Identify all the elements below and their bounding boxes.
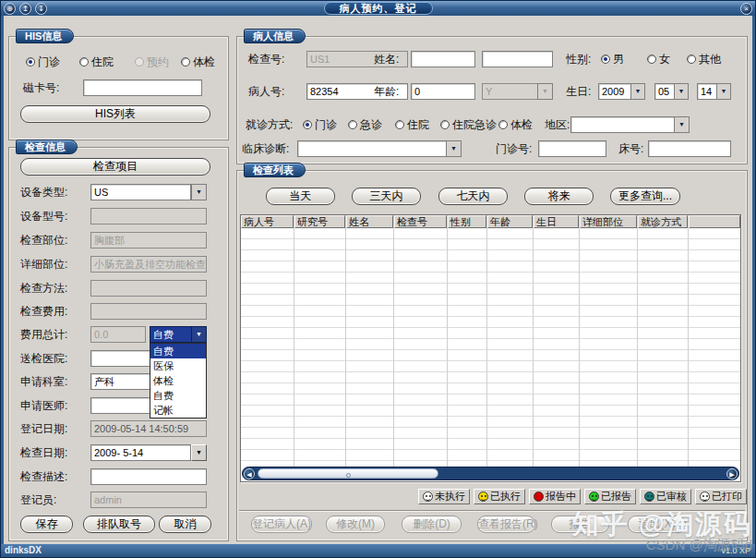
window-minimize-icon[interactable]: ↧	[35, 3, 47, 15]
filter-today-button[interactable]: 当天	[266, 188, 335, 205]
column-header-name[interactable]: 姓名	[346, 215, 393, 228]
column-header-study-no[interactable]: 研究号	[294, 215, 345, 228]
filter-more-query-button[interactable]: 更多查询...	[610, 188, 680, 205]
birth-month-dropdown-icon[interactable]: ▼	[674, 83, 689, 100]
horizontal-scrollbar[interactable]: ◀ ▶	[242, 467, 739, 480]
pay-type-dropdown-list[interactable]: 自费 医保 体检 自费 记帐	[150, 343, 207, 418]
exam-date-dropdown-icon[interactable]: ▼	[191, 444, 207, 461]
scrollbar-thumb[interactable]	[258, 468, 438, 479]
exam-item-button[interactable]: 检查项目	[20, 158, 210, 176]
name-pinyin-input[interactable]	[482, 51, 553, 67]
bed-no-input[interactable]	[648, 140, 731, 157]
exit-button[interactable]: 退出(X)	[628, 516, 686, 533]
visit-radio-outpatient[interactable]: 门诊	[303, 116, 337, 133]
dropdown-option[interactable]: 记帐	[150, 403, 206, 418]
scroll-right-icon[interactable]: ▶	[726, 468, 738, 479]
body-part-label: 检查部位:	[20, 232, 67, 249]
status-audited-icon	[644, 491, 654, 502]
birth-day-dropdown-icon[interactable]: ▼	[716, 83, 731, 100]
filter-future-button[interactable]: 将来	[524, 188, 594, 205]
modify-button[interactable]: 修改(M)	[326, 516, 385, 533]
visit-radio-emergency[interactable]: 急诊	[348, 116, 382, 133]
his-radio-inpatient[interactable]: 住院	[79, 54, 114, 70]
filter-3days-button[interactable]: 三天内	[352, 188, 421, 205]
outpatient-no-input[interactable]	[538, 140, 606, 157]
patient-no-label: 病人号:	[248, 83, 284, 100]
status-legend: 未执行 已执行 报告中 已报告 已审核 已打印	[418, 489, 747, 504]
titlebar[interactable]: ⊕ ↥ ↧ 病人预约、登记 ×	[1, 1, 755, 16]
name-input[interactable]	[411, 51, 475, 67]
birth-year-dropdown-icon[interactable]: ▼	[630, 83, 645, 100]
dropdown-option[interactable]: 自费	[150, 388, 206, 403]
status-executed-icon	[478, 491, 488, 502]
column-header-birthday[interactable]: 生日	[534, 215, 579, 228]
hospital-label: 送检医院:	[20, 350, 67, 367]
exam-no-label: 检查号:	[248, 51, 284, 67]
birth-day-value[interactable]: 14	[697, 83, 717, 100]
gender-radio-male[interactable]: 男	[601, 51, 624, 67]
card-no-label: 磁卡号:	[23, 79, 59, 96]
status-reporting-icon	[534, 491, 544, 502]
scroll-left-icon[interactable]: ◀	[244, 468, 255, 479]
birth-year-value[interactable]: 2009	[598, 83, 631, 100]
column-header-exam-no[interactable]: 检查号	[394, 215, 447, 228]
his-list-button[interactable]: HIS列表	[20, 105, 210, 123]
pay-type-dropdown-icon[interactable]: ▼	[191, 326, 207, 343]
body-part-value: 胸腹部	[90, 232, 207, 249]
column-header-age[interactable]: 年龄	[487, 215, 533, 228]
visit-radio-inpatient-emergency[interactable]: 住院急诊	[440, 116, 497, 133]
description-input[interactable]	[90, 468, 207, 485]
fee-total-label: 费用总计:	[20, 326, 67, 343]
physician-label: 申请医师:	[20, 397, 67, 414]
register-patient-button[interactable]: 登记病人(A)	[251, 516, 312, 533]
exam-fee-label: 检查费用:	[20, 303, 67, 320]
radio-icon	[303, 120, 312, 129]
diagnosis-value[interactable]	[297, 140, 447, 157]
device-model-value	[90, 208, 207, 224]
window-pin-icon[interactable]: ⊕	[4, 3, 16, 15]
exam-list-table[interactable]: 病人号 研究号 姓名 检查号 性别 年龄 生日 详细部位 就诊方式 ◀ ▶	[240, 214, 741, 482]
visit-radio-physical[interactable]: 体检	[498, 116, 533, 133]
queue-number-button[interactable]: 排队取号	[83, 516, 155, 533]
column-header-detail-part[interactable]: 详细部位	[580, 215, 637, 228]
age-input[interactable]: 0	[411, 83, 475, 100]
status-reported-icon	[589, 491, 599, 502]
cancel-button[interactable]: 取消	[159, 516, 211, 533]
delete-button[interactable]: 删除(D)	[402, 516, 462, 533]
fee-total-value: 0.0	[90, 326, 146, 343]
his-radio-physical[interactable]: 体检	[181, 54, 215, 70]
visit-type-label: 就诊方式:	[246, 116, 293, 133]
column-header-patient-no[interactable]: 病人号	[241, 215, 294, 228]
report-button[interactable]: 报告	[551, 516, 609, 533]
filter-7days-button[interactable]: 七天内	[438, 188, 508, 205]
legend-executed: 已执行	[474, 489, 525, 504]
column-header-visit-type[interactable]: 就诊方式	[638, 215, 688, 228]
close-icon[interactable]: ×	[740, 3, 752, 15]
status-not-executed-icon	[423, 491, 433, 502]
department-label: 申请科室:	[20, 373, 67, 390]
his-radio-outpatient[interactable]: 门诊	[26, 54, 60, 70]
dropdown-option[interactable]: 自费	[150, 344, 206, 358]
exam-date-value[interactable]: 2009- 5-14	[90, 444, 191, 461]
birth-month-value[interactable]: 05	[654, 83, 675, 100]
his-radio-appointment[interactable]: 预约	[135, 54, 169, 70]
dropdown-option[interactable]: 医保	[150, 358, 206, 373]
gender-radio-other[interactable]: 其他	[687, 51, 721, 67]
region-dropdown-icon[interactable]: ▼	[674, 116, 690, 133]
diagnosis-dropdown-icon[interactable]: ▼	[446, 140, 462, 157]
window-shade-icon[interactable]: ↥	[19, 3, 31, 15]
dropdown-option[interactable]: 体检	[150, 373, 206, 388]
view-report-button[interactable]: 查看报告(R)	[477, 516, 535, 533]
radio-icon	[687, 55, 696, 64]
gender-radio-female[interactable]: 女	[647, 51, 670, 67]
pay-type-combo[interactable]: 自费	[150, 326, 192, 343]
column-header-gender[interactable]: 性别	[448, 215, 486, 228]
device-type-value[interactable]: US	[90, 184, 191, 200]
region-value[interactable]	[570, 116, 675, 133]
radio-icon	[135, 57, 144, 67]
card-no-input[interactable]	[83, 79, 202, 96]
device-type-dropdown-icon[interactable]: ▼	[191, 184, 207, 200]
save-button[interactable]: 保存	[20, 516, 73, 533]
visit-radio-inpatient[interactable]: 住院	[395, 116, 429, 133]
panel-exam-list: 检查列表 当天 三天内 七天内 将来 更多查询... 病人号 研究号 姓名 检查…	[236, 170, 748, 541]
